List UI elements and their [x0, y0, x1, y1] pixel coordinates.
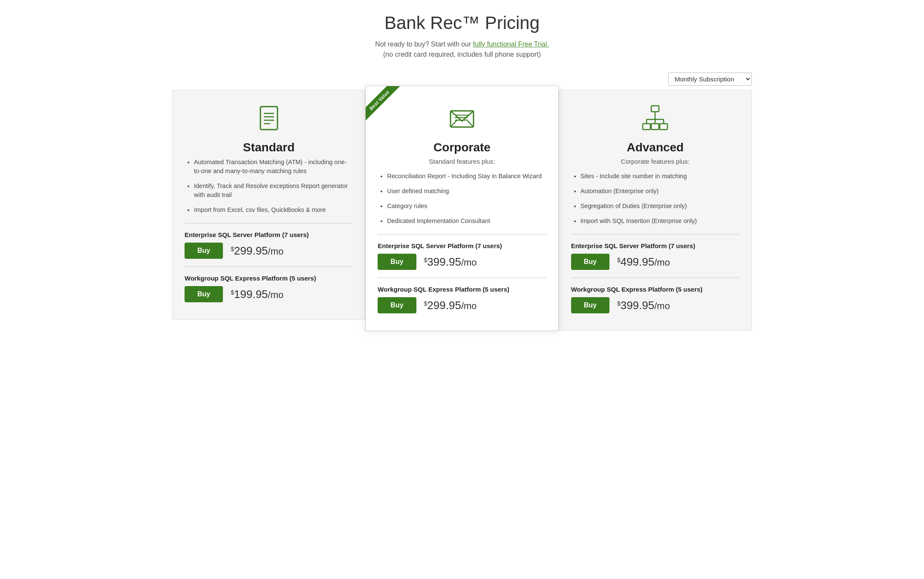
- buy-button[interactable]: Buy: [571, 297, 609, 313]
- pricing-row: Buy $499.95/mo: [571, 254, 739, 270]
- platform-label: Workgroup SQL Express Platform (5 users): [378, 286, 546, 293]
- advanced-subtitle: Corporate features plus:: [571, 158, 739, 165]
- price: $399.95/mo: [424, 255, 477, 269]
- divider: [378, 234, 546, 234]
- feature-item: User defined matching: [387, 187, 546, 196]
- pricing-section-0: Enterprise SQL Server Platform (7 users)…: [185, 231, 353, 259]
- buy-button[interactable]: Buy: [185, 243, 223, 259]
- pricing-section-1: Workgroup SQL Express Platform (5 users)…: [185, 275, 353, 302]
- pricing-row: Buy $399.95/mo: [571, 297, 739, 313]
- price: $299.95/mo: [231, 244, 283, 258]
- corporate-icon: [378, 103, 546, 135]
- svg-rect-13: [651, 124, 659, 130]
- subscription-select[interactable]: Monthly SubscriptionAnnual Subscription: [668, 72, 752, 86]
- feature-item: Segregation of Duties (Enterprise only): [580, 202, 739, 211]
- page-wrapper: Bank Rec™ Pricing Not ready to buy? Star…: [164, 0, 760, 344]
- card-corporate: Best Value CorporateStandard features pl…: [365, 86, 558, 331]
- corporate-title: Corporate: [378, 141, 546, 154]
- standard-icon: [185, 103, 353, 135]
- corporate-subtitle: Standard features plus:: [378, 158, 546, 165]
- price: $399.95/mo: [617, 299, 670, 312]
- advanced-icon: [571, 103, 739, 135]
- buy-button[interactable]: Buy: [378, 254, 416, 270]
- pricing-section-1: Workgroup SQL Express Platform (5 users)…: [378, 286, 546, 313]
- price: $299.95/mo: [424, 299, 477, 312]
- feature-item: Sites - Include site number in matching: [580, 172, 739, 181]
- advanced-features: Sites - Include site number in matchingA…: [571, 172, 739, 226]
- feature-item: Import with SQL Insertion (Enterprise on…: [580, 217, 739, 226]
- pricing-row: Buy $299.95/mo: [378, 297, 546, 313]
- standard-features: Automated Transaction Matching (ATM) - i…: [185, 158, 353, 214]
- platform-label: Enterprise SQL Server Platform (7 users): [378, 242, 546, 249]
- platform-label: Workgroup SQL Express Platform (5 users): [185, 275, 353, 282]
- advanced-title: Advanced: [571, 141, 739, 154]
- cards-row: StandardAutomated Transaction Matching (…: [172, 90, 752, 331]
- buy-button[interactable]: Buy: [185, 286, 223, 302]
- svg-rect-0: [260, 107, 277, 130]
- dropdown-row: Monthly SubscriptionAnnual Subscription: [172, 72, 752, 86]
- card-standard: StandardAutomated Transaction Matching (…: [172, 90, 365, 320]
- page-header: Bank Rec™ Pricing Not ready to buy? Star…: [172, 13, 752, 60]
- svg-rect-14: [660, 124, 667, 130]
- pricing-row: Buy $199.95/mo: [185, 286, 353, 302]
- pricing-row: Buy $299.95/mo: [185, 243, 353, 259]
- svg-rect-11: [651, 106, 659, 112]
- divider: [185, 266, 353, 267]
- price: $499.95/mo: [617, 255, 670, 269]
- platform-label: Workgroup SQL Express Platform (5 users): [571, 286, 739, 293]
- page-title: Bank Rec™ Pricing: [172, 13, 752, 33]
- divider: [378, 278, 546, 278]
- svg-line-7: [466, 119, 474, 127]
- svg-rect-12: [643, 124, 650, 130]
- divider: [185, 223, 353, 223]
- divider: [571, 234, 739, 234]
- feature-item: Reconciliation Report - Including Stay i…: [387, 172, 546, 181]
- standard-title: Standard: [185, 141, 353, 154]
- feature-item: Automated Transaction Matching (ATM) - i…: [194, 158, 353, 176]
- pricing-section-1: Workgroup SQL Express Platform (5 users)…: [571, 286, 739, 313]
- subtitle-after: (no credit card required, includes full …: [383, 51, 541, 58]
- subtitle: Not ready to buy? Start with our fully f…: [172, 39, 752, 60]
- subtitle-before: Not ready to buy? Start with our: [375, 41, 473, 48]
- buy-button[interactable]: Buy: [571, 254, 609, 270]
- pricing-row: Buy $399.95/mo: [378, 254, 546, 270]
- price: $199.95/mo: [231, 288, 283, 301]
- pricing-section-0: Enterprise SQL Server Platform (7 users)…: [378, 242, 546, 270]
- corporate-features: Reconciliation Report - Including Stay i…: [378, 172, 546, 226]
- feature-item: Dedicated Implementation Consultant: [387, 217, 546, 226]
- platform-label: Enterprise SQL Server Platform (7 users): [185, 231, 353, 238]
- feature-item: Automation (Enterprise only): [580, 187, 739, 196]
- feature-item: Import from Excel, csv files, QuickBooks…: [194, 206, 353, 214]
- platform-label: Enterprise SQL Server Platform (7 users): [571, 242, 739, 249]
- buy-button[interactable]: Buy: [378, 297, 416, 313]
- pricing-section-0: Enterprise SQL Server Platform (7 users)…: [571, 242, 739, 270]
- card-advanced: AdvancedCorporate features plus:Sites - …: [559, 90, 752, 331]
- divider: [571, 278, 739, 278]
- free-trial-link[interactable]: fully functional Free Trial.: [473, 41, 549, 48]
- feature-item: Category rules: [387, 202, 546, 211]
- feature-item: Identify, Track and Resolve exceptions R…: [194, 182, 353, 200]
